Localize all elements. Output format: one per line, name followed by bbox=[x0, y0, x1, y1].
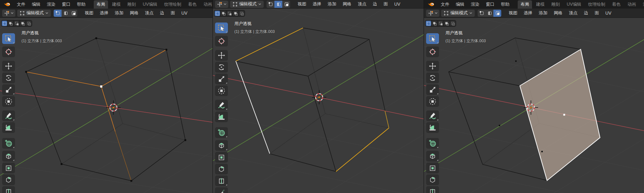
tool-bevel[interactable] bbox=[426, 174, 439, 185]
select-op-intersect[interactable] bbox=[450, 21, 455, 26]
tool-extrude-region[interactable] bbox=[215, 140, 228, 151]
tool-loop-cut[interactable] bbox=[215, 175, 228, 186]
tool-add-cube[interactable] bbox=[426, 138, 439, 149]
blender-logo-icon[interactable] bbox=[4, 2, 11, 7]
tool-inset-faces[interactable] bbox=[215, 152, 228, 163]
select-op-invert[interactable] bbox=[444, 21, 449, 26]
menu-edge[interactable]: 边 bbox=[581, 9, 591, 17]
tab-texture-paint[interactable]: 纹理绘制 bbox=[585, 0, 608, 9]
tool-move[interactable] bbox=[215, 50, 228, 61]
tab-animation[interactable]: 动画 bbox=[201, 0, 213, 9]
tool-annotate[interactable] bbox=[215, 100, 228, 110]
tool-knife[interactable] bbox=[215, 187, 228, 193]
tool-transform[interactable] bbox=[426, 96, 439, 107]
select-op-subtract[interactable] bbox=[227, 11, 232, 16]
menu-vertex[interactable]: 顶点 bbox=[566, 9, 581, 17]
select-op-set[interactable] bbox=[215, 11, 220, 16]
tool-measure[interactable] bbox=[426, 122, 439, 133]
editor-type-dropdown[interactable] bbox=[2, 10, 15, 17]
3d-viewport[interactable]: 用户透视 (1) 立方体 | 立方体.003 bbox=[424, 18, 644, 193]
tab-uv-editing[interactable]: UV编辑 bbox=[140, 0, 160, 9]
tool-transform[interactable] bbox=[2, 96, 15, 107]
menu-view[interactable]: 视图 bbox=[506, 9, 521, 17]
face-select-mode-button[interactable] bbox=[282, 1, 290, 8]
face-select-mode-button[interactable] bbox=[493, 10, 501, 17]
menu-add[interactable]: 添加 bbox=[325, 0, 340, 8]
editor-type-dropdown[interactable] bbox=[215, 1, 228, 8]
vertex-select-mode-button[interactable] bbox=[54, 10, 62, 17]
tool-cursor[interactable] bbox=[2, 46, 15, 57]
tab-rendering[interactable]: 渲染 bbox=[640, 0, 644, 9]
tab-shading[interactable]: 着色 bbox=[609, 0, 624, 9]
tool-scale[interactable] bbox=[215, 74, 228, 84]
select-op-invert[interactable] bbox=[233, 11, 238, 16]
tab-sculpting[interactable]: 雕刻 bbox=[548, 0, 563, 9]
tool-inset-faces[interactable] bbox=[2, 163, 15, 173]
select-op-subtract[interactable] bbox=[438, 21, 443, 26]
menu-view[interactable]: 视图 bbox=[82, 9, 97, 17]
menu-file[interactable]: 文件 bbox=[14, 1, 29, 8]
tab-animation[interactable]: 动画 bbox=[625, 0, 639, 9]
tool-rotate[interactable] bbox=[2, 73, 15, 83]
menu-render[interactable]: 渲染 bbox=[468, 1, 483, 8]
menu-select[interactable]: 选择 bbox=[521, 9, 536, 17]
tab-texture-paint[interactable]: 纹理绘制 bbox=[161, 0, 184, 9]
tool-scale[interactable] bbox=[426, 84, 439, 95]
menu-select[interactable]: 选择 bbox=[309, 0, 325, 8]
menu-edge[interactable]: 边 bbox=[157, 9, 167, 17]
menu-render[interactable]: 渲染 bbox=[44, 1, 59, 8]
tool-annotate[interactable] bbox=[2, 110, 15, 121]
tab-layout[interactable]: 布局 bbox=[94, 0, 108, 9]
menu-face[interactable]: 面 bbox=[591, 9, 602, 17]
tool-measure[interactable] bbox=[215, 112, 228, 122]
tool-transform[interactable] bbox=[215, 85, 228, 96]
select-op-extend[interactable] bbox=[221, 11, 226, 16]
tab-modeling[interactable]: 建模 bbox=[109, 0, 123, 9]
3d-viewport[interactable]: 用户透视 (1) 立方体 | 立方体.003 bbox=[213, 9, 424, 193]
tool-inset-faces[interactable] bbox=[426, 163, 439, 173]
menu-view[interactable]: 视图 bbox=[294, 0, 309, 8]
menu-mesh[interactable]: 网格 bbox=[551, 9, 566, 17]
menu-window[interactable]: 窗口 bbox=[483, 1, 498, 8]
select-op-intersect[interactable] bbox=[26, 21, 31, 26]
tool-move[interactable] bbox=[2, 61, 15, 71]
tool-measure[interactable] bbox=[2, 122, 15, 133]
blender-logo-icon[interactable] bbox=[428, 2, 435, 7]
menu-window[interactable]: 窗口 bbox=[59, 1, 74, 8]
tool-extrude-region[interactable] bbox=[426, 151, 439, 162]
menu-add[interactable]: 添加 bbox=[112, 9, 127, 17]
select-op-set[interactable] bbox=[426, 21, 431, 26]
select-op-set[interactable] bbox=[2, 21, 7, 26]
menu-file[interactable]: 文件 bbox=[438, 1, 453, 8]
menu-face[interactable]: 面 bbox=[380, 0, 391, 8]
tab-modeling[interactable]: 建模 bbox=[533, 0, 547, 9]
menu-help[interactable]: 帮助 bbox=[74, 1, 89, 8]
vertex-select-mode-button[interactable] bbox=[267, 1, 274, 8]
tool-select-box[interactable] bbox=[426, 33, 439, 44]
menu-select[interactable]: 选择 bbox=[97, 9, 112, 17]
tool-cursor[interactable] bbox=[426, 46, 439, 57]
tab-layout[interactable]: 布局 bbox=[518, 0, 532, 9]
menu-face[interactable]: 面 bbox=[167, 9, 178, 17]
menu-help[interactable]: 帮助 bbox=[498, 1, 513, 8]
edge-select-mode-button[interactable] bbox=[274, 1, 282, 8]
select-op-subtract[interactable] bbox=[14, 21, 19, 26]
tool-cursor[interactable] bbox=[215, 36, 228, 46]
tool-annotate[interactable] bbox=[426, 110, 439, 121]
tool-extrude-region[interactable] bbox=[2, 151, 15, 162]
menu-mesh[interactable]: 网格 bbox=[340, 0, 355, 8]
tool-bevel[interactable] bbox=[2, 174, 15, 185]
vertex-select-mode-button[interactable] bbox=[478, 10, 486, 17]
menu-mesh[interactable]: 网格 bbox=[127, 9, 142, 17]
tool-select-box[interactable] bbox=[215, 23, 228, 33]
tool-rotate[interactable] bbox=[215, 62, 228, 73]
edge-select-mode-button[interactable] bbox=[62, 10, 69, 17]
menu-uv[interactable]: UV bbox=[178, 10, 191, 16]
tab-shading[interactable]: 着色 bbox=[185, 0, 200, 9]
select-op-extend[interactable] bbox=[8, 21, 13, 26]
menu-uv[interactable]: UV bbox=[391, 1, 404, 8]
tool-select-box[interactable] bbox=[2, 33, 15, 44]
edge-select-mode-button[interactable] bbox=[486, 10, 493, 17]
menu-edit[interactable]: 编辑 bbox=[453, 1, 468, 8]
editor-type-dropdown[interactable] bbox=[426, 10, 439, 17]
